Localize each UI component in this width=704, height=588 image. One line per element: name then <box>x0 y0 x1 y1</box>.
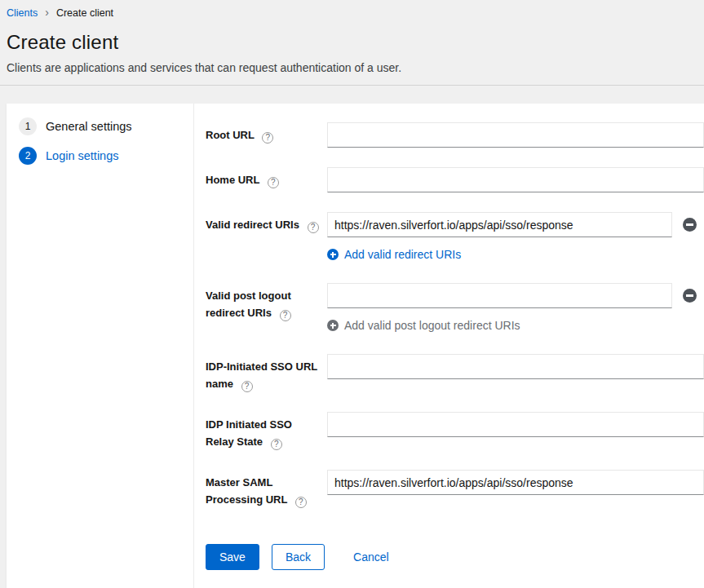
chevron-right-icon <box>45 7 49 19</box>
valid-redirect-uri-input[interactable] <box>327 212 672 237</box>
page-title: Create client <box>7 31 691 54</box>
field-label-master-saml-processing-url: Master SAMLProcessing URL <box>206 470 327 508</box>
question-circle-icon[interactable] <box>308 222 319 233</box>
field-label-text: Master SAMLProcessing URL <box>206 476 287 506</box>
field-label-text: IDP-Initiated SSO URLname <box>206 360 317 390</box>
field-label-text: Valid post logoutredirect URIs <box>206 290 291 319</box>
valid-post-logout-redirect-uri-input[interactable] <box>327 283 672 308</box>
plus-circle-icon <box>327 320 339 331</box>
field-label-idp-initiated-sso-url-name: IDP-Initiated SSO URLname <box>206 354 327 392</box>
question-circle-icon[interactable] <box>295 497 307 508</box>
question-circle-icon[interactable] <box>268 177 279 188</box>
field-control <box>327 167 704 192</box>
idp-initiated-sso-url-name-input[interactable] <box>327 354 704 379</box>
form-group-root-url: Root URL <box>206 122 704 148</box>
remove-valid-redirect-uri-button[interactable] <box>683 218 697 232</box>
master-saml-processing-url-input[interactable] <box>327 470 704 495</box>
field-control <box>327 412 704 450</box>
breadcrumb: Clients Create client <box>7 7 691 19</box>
page-description: Clients are applications and services th… <box>7 61 691 74</box>
home-url-input[interactable] <box>327 167 704 192</box>
wizard-step-label: General settings <box>46 120 132 133</box>
form-group-valid-post-logout-redirect-uris: Valid post logoutredirect URIs Add valid… <box>206 283 704 334</box>
question-circle-icon[interactable] <box>241 381 253 392</box>
field-label-text: Home URL <box>206 174 259 186</box>
field-label-text: Root URL <box>206 129 255 141</box>
create-client-card: 1 General settings 2 Login settings Root… <box>7 104 704 588</box>
field-control <box>327 354 704 392</box>
question-circle-icon[interactable] <box>262 132 273 144</box>
breadcrumb-link-clients[interactable]: Clients <box>7 7 38 19</box>
form-group-valid-redirect-uris: Valid redirect URIs Add valid redirect U… <box>206 212 704 263</box>
field-control <box>327 122 704 148</box>
root-url-input[interactable] <box>327 122 704 148</box>
question-circle-icon[interactable] <box>280 310 291 321</box>
breadcrumb-current: Create client <box>56 7 113 19</box>
add-link-label: Add valid post logout redirect URIs <box>344 319 520 332</box>
field-label-text: Valid redirect URIs <box>206 219 299 231</box>
wizard-nav: 1 General settings 2 Login settings <box>7 104 194 588</box>
wizard-step-login-settings[interactable]: 2 Login settings <box>19 147 193 165</box>
remove-valid-post-logout-redirect-uri-button[interactable] <box>683 289 697 303</box>
wizard-step-label: Login settings <box>46 149 118 162</box>
step-number-badge: 1 <box>19 117 37 135</box>
form-actions: Save Back Cancel <box>206 544 704 570</box>
add-valid-redirect-uri-button[interactable]: Add valid redirect URIs <box>327 248 461 261</box>
form-group-idp-initiated-sso-relay-state: IDP Initiated SSORelay State <box>206 412 704 450</box>
wizard-step-general-settings[interactable]: 1 General settings <box>19 117 193 135</box>
plus-circle-icon <box>327 249 339 260</box>
back-button[interactable]: Back <box>272 544 325 570</box>
cancel-button[interactable]: Cancel <box>350 544 392 570</box>
form-group-master-saml-processing-url: Master SAMLProcessing URL <box>206 470 704 508</box>
minus-circle-icon <box>683 218 697 232</box>
minus-circle-icon <box>683 289 697 303</box>
form-group-idp-initiated-sso-url-name: IDP-Initiated SSO URLname <box>206 354 704 392</box>
save-button[interactable]: Save <box>206 544 259 570</box>
field-label-idp-initiated-sso-relay-state: IDP Initiated SSORelay State <box>206 412 327 450</box>
step-number-badge: 2 <box>19 147 37 165</box>
add-link-label: Add valid redirect URIs <box>344 248 461 261</box>
idp-initiated-sso-relay-state-input[interactable] <box>327 412 704 437</box>
field-label-root-url: Root URL <box>206 122 327 148</box>
page-header: Clients Create client Create client Clie… <box>0 0 704 86</box>
field-label-valid-redirect-uris: Valid redirect URIs <box>206 212 327 263</box>
field-control: Add valid redirect URIs <box>327 212 704 263</box>
add-valid-post-logout-redirect-uri-button[interactable]: Add valid post logout redirect URIs <box>327 319 520 332</box>
field-control <box>327 470 704 508</box>
form-group-home-url: Home URL <box>206 167 704 192</box>
field-label-valid-post-logout-redirect-uris: Valid post logoutredirect URIs <box>206 283 327 334</box>
field-label-home-url: Home URL <box>206 167 327 192</box>
login-settings-form: Root URL Home URL Valid redire <box>194 104 704 588</box>
question-circle-icon[interactable] <box>271 439 282 450</box>
field-control: Add valid post logout redirect URIs <box>327 283 704 334</box>
